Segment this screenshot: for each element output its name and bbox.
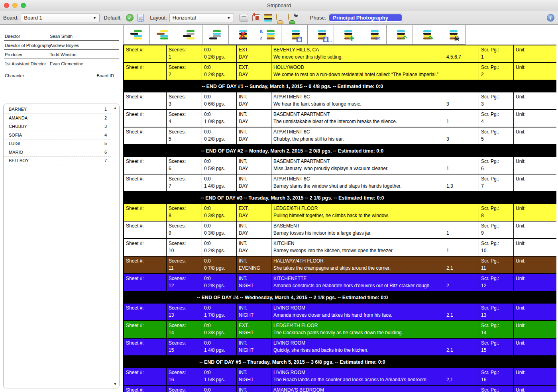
print-button[interactable]: [240, 14, 248, 22]
remove-day-break-glyph-icon: ✗: [239, 31, 247, 40]
day-break-strip[interactable]: -- END OF DAY #2 -- Monday, March 2, 201…: [124, 145, 556, 157]
cut-strip-button[interactable]: ✂: [360, 25, 387, 45]
crew-member-button[interactable]: [276, 14, 284, 22]
estimated-time: 0:0: [204, 258, 234, 264]
crew-row[interactable]: DirectorSean Smith: [4, 31, 119, 41]
director-button[interactable]: [288, 14, 296, 22]
strip-send-top-button[interactable]: [176, 25, 202, 45]
character-list-item[interactable]: LUIGI5: [4, 139, 111, 148]
default-check-button[interactable]: ✓: [126, 14, 134, 22]
sheet-cell: Sheet #:: [124, 321, 167, 338]
day-break-strip[interactable]: -- END OF DAY #3 -- Tuesday, March 3, 20…: [124, 192, 556, 204]
character-list-item[interactable]: CHUBBY3: [4, 122, 111, 131]
scene-strip[interactable]: Sheet #:Scenes:50:00 2/8 pgs.INT.DAYAPAR…: [124, 127, 556, 145]
character-name: MARIO: [9, 150, 23, 155]
remove-day-break-button[interactable]: ✗: [228, 25, 255, 45]
description-cell: LEDGE/6TH FLOORPulling himself together,…: [271, 204, 479, 221]
title-bar: Stripboard: [0, 0, 558, 11]
day-break-strip[interactable]: -- END OF DAY #5 -- Thursday, March 5, 2…: [124, 356, 556, 368]
character-list-item[interactable]: AMANDA2: [4, 114, 111, 123]
scene-strip[interactable]: Sheet #:Scenes:0:0INT.AMANDA'S BEDROOMSc…: [124, 386, 556, 392]
character-name: SOFIA: [9, 133, 22, 137]
day-break-strip[interactable]: -- END OF DAY #1 -- Sunday, March 1, 201…: [124, 80, 556, 92]
day-night-value: DAY: [239, 166, 269, 172]
scenes-cell: Scenes:7: [167, 174, 202, 191]
int-ext-value: INT.: [239, 387, 269, 392]
sheet-label: Sheet #:: [126, 241, 164, 247]
scene-strip[interactable]: Sheet #:Scenes:20:00 2/8 pgs.EXT.DAYHOLL…: [124, 63, 556, 80]
scene-strip[interactable]: Sheet #:Scenes:40:01 0/8 pgs.INT.DAYBASE…: [124, 110, 556, 127]
undo-button[interactable]: ↶: [386, 25, 413, 45]
scene-strip[interactable]: Sheet #:Scenes:30:00 6/8 pgs.INT.DAYAPAR…: [124, 92, 556, 110]
crew-row[interactable]: Director of PhotographyAndrew Boyles: [4, 41, 119, 50]
scene-strip[interactable]: Sheet #:Scenes:150:01 4/8 pgs.INT.NIGHTL…: [124, 339, 556, 356]
scroll-down-arrow-icon[interactable]: ▼: [114, 382, 117, 386]
location-name: APARTMENT 6C: [273, 94, 477, 100]
add-strip-button[interactable]: ✚: [334, 25, 360, 45]
strip-move-up-button[interactable]: [123, 25, 150, 45]
redo-button[interactable]: ↷: [413, 25, 439, 45]
scenes-cell: Scenes:8: [167, 204, 202, 221]
layout-select-value: Horizontal: [173, 15, 196, 21]
description-cell: BEVERLY HILLS, CAWe move over this idyll…: [271, 45, 479, 62]
estimated-time: 0:0: [204, 340, 234, 346]
estimated-time: 0:0: [204, 241, 234, 247]
day-night-value: DAY: [239, 213, 269, 219]
scene-number: 8: [169, 213, 200, 219]
script-page-label: Scr. Pg.:: [481, 176, 511, 182]
scene-strip[interactable]: Sheet #:Scenes:130:01 7/8 pgs.INT.NIGHTL…: [124, 304, 556, 321]
save-stripboard-button[interactable]: [281, 25, 308, 45]
unit-cell: Unit:: [514, 304, 556, 320]
scene-strip[interactable]: Sheet #:Scenes:120:00 2/8 pgs.INT.NIGHTK…: [124, 274, 556, 292]
scene-strip[interactable]: Sheet #:Scenes:10:00 2/8 pgs.EXT.DAYBEVE…: [124, 45, 556, 63]
layout-select[interactable]: Horizontal ▼: [169, 13, 234, 22]
board-select[interactable]: Board 1 ▼: [21, 13, 100, 22]
scene-strip[interactable]: Sheet #:Scenes:140:00 3/8 pgs.EXT.NIGHTL…: [124, 321, 556, 339]
strip-move-down-button[interactable]: [149, 25, 176, 45]
scene-strip[interactable]: Sheet #:Scenes:160:01 5/8 pgs.INT.NIGHTL…: [124, 368, 556, 386]
crew-row[interactable]: ProducerTodd Winston: [4, 50, 119, 59]
scroll-up-arrow-icon[interactable]: ▲: [114, 106, 117, 110]
save-stripboard-as-button[interactable]: ...: [307, 25, 334, 45]
ellipsis-icon: ...: [328, 38, 332, 43]
description-cell: APARTMENT 6CChubby, the phone still to h…: [271, 127, 479, 144]
scene-strip[interactable]: Sheet #:Scenes:100:00 2/8 pgs.INT.DAYKIT…: [124, 239, 556, 257]
character-list-item[interactable]: MARIO6: [4, 148, 111, 157]
int-ext-cell: INT.DAY: [237, 239, 271, 256]
character-list-item[interactable]: BARNEY1: [4, 105, 111, 114]
sort-strips-button[interactable]: az: [255, 25, 281, 45]
strip-send-bottom-button[interactable]: [202, 25, 229, 45]
character-name: BARNEY: [9, 107, 27, 112]
script-page-label: Scr. Pg.:: [481, 323, 511, 329]
stripboard-button[interactable]: [264, 14, 272, 22]
scene-strip[interactable]: Sheet #:Scenes:110:00 7/8 pgs.INT.EVENIN…: [124, 257, 556, 274]
mailbox-icon: [252, 14, 260, 21]
unit-label: Unit:: [516, 159, 554, 165]
unit-cell: Unit:: [514, 127, 556, 144]
scene-strip[interactable]: Sheet #:Scenes:70:01 4/8 pgs.INT.DAYAPAR…: [124, 174, 556, 192]
edit-note-button[interactable]: ✎: [138, 14, 144, 22]
unit-label: Unit:: [516, 305, 554, 311]
script-page-cell: Scr. Pg.:5: [479, 127, 514, 144]
estimated-time: 0:0: [204, 206, 234, 212]
script-page-label: Scr. Pg.:: [481, 94, 511, 100]
character-list-item[interactable]: BELLBOY7: [4, 157, 111, 165]
scene-strip[interactable]: Sheet #:Scenes:60:00 5/8 pgs.INT.DAYBASE…: [124, 157, 556, 174]
info-icon[interactable]: i: [547, 14, 554, 22]
character-list-item[interactable]: SOFIA4: [4, 131, 111, 140]
sheet-cell: Sheet #:: [124, 368, 167, 385]
delete-stripboard-button[interactable]: ☠: [439, 25, 466, 45]
edit-note-icon: ✎: [138, 14, 144, 22]
sheet-label: Sheet #:: [126, 129, 164, 135]
board-id-column-header: Board ID: [97, 73, 114, 78]
character-name: CHUBBY: [9, 124, 27, 129]
phase-input[interactable]: Principal Photography: [328, 14, 403, 22]
scene-number: 13: [169, 312, 200, 318]
scene-strip[interactable]: Sheet #:Scenes:80:00 3/8 pgs.EXT.DAYLEDG…: [124, 204, 556, 221]
unit-label: Unit:: [516, 223, 554, 229]
day-break-strip[interactable]: -- END OF DAY #4 -- Wednesday, March 4, …: [124, 292, 556, 304]
character-board-id: 5: [104, 141, 107, 146]
scene-strip[interactable]: Sheet #:Scenes:90:00 3/8 pgs.INT.DAYBASE…: [124, 221, 556, 239]
crew-row[interactable]: 1st Assistant DirectorEvan Clementine: [4, 59, 119, 68]
mailbox-button[interactable]: [252, 14, 260, 21]
